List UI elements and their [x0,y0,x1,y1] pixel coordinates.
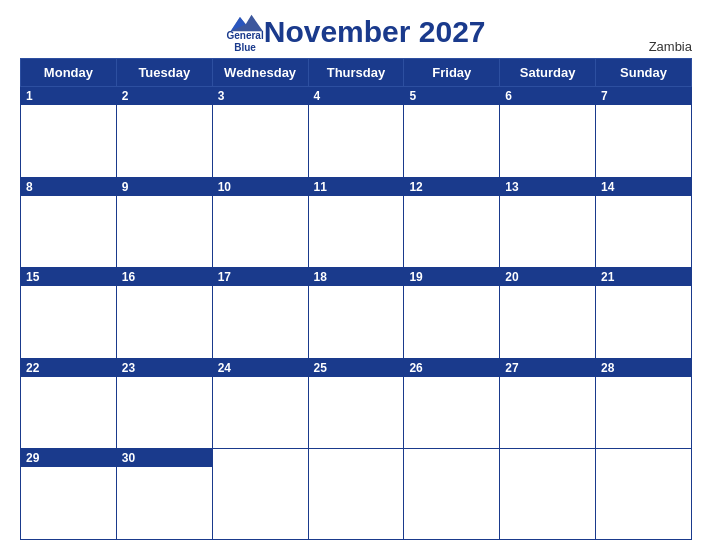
day-number: 22 [21,359,116,377]
calendar-week-row: 1234567 [21,87,692,178]
day-number: 23 [117,359,212,377]
logo-line2: Blue [234,42,256,54]
calendar-day-cell: 20 [500,268,596,359]
calendar-week-row: 2930 [21,449,692,540]
day-number: 4 [309,87,404,105]
day-number: 16 [117,268,212,286]
calendar-day-cell: 1 [21,87,117,178]
calendar-day-cell [596,449,692,540]
day-number: 18 [309,268,404,286]
day-number: 30 [117,449,212,467]
day-number: 9 [117,178,212,196]
calendar-day-cell [212,449,308,540]
weekday-header: Thursday [308,59,404,87]
calendar-day-cell: 30 [116,449,212,540]
day-number: 1 [21,87,116,105]
day-number: 17 [213,268,308,286]
day-number: 29 [21,449,116,467]
calendar-day-cell: 8 [21,177,117,268]
calendar-day-cell: 3 [212,87,308,178]
calendar-header-row: MondayTuesdayWednesdayThursdayFridaySatu… [21,59,692,87]
calendar-day-cell: 7 [596,87,692,178]
calendar-day-cell: 13 [500,177,596,268]
calendar-day-cell: 28 [596,358,692,449]
calendar-day-cell: 5 [404,87,500,178]
day-number: 7 [596,87,691,105]
calendar-day-cell: 23 [116,358,212,449]
calendar-day-cell: 19 [404,268,500,359]
calendar-day-cell: 21 [596,268,692,359]
weekday-header: Monday [21,59,117,87]
day-number: 6 [500,87,595,105]
day-number: 24 [213,359,308,377]
day-number: 15 [21,268,116,286]
weekday-header: Sunday [596,59,692,87]
calendar-day-cell: 18 [308,268,404,359]
day-number: 20 [500,268,595,286]
calendar-day-cell: 4 [308,87,404,178]
calendar-day-cell: 17 [212,268,308,359]
calendar-header: General Blue November 2027 Zambia [20,10,692,54]
calendar-day-cell: 6 [500,87,596,178]
day-number: 27 [500,359,595,377]
day-number: 25 [309,359,404,377]
calendar-day-cell: 22 [21,358,117,449]
day-number: 14 [596,178,691,196]
weekday-header: Tuesday [116,59,212,87]
day-number: 10 [213,178,308,196]
weekday-header: Wednesday [212,59,308,87]
calendar-day-cell: 25 [308,358,404,449]
calendar-day-cell: 16 [116,268,212,359]
calendar-day-cell [500,449,596,540]
day-number: 12 [404,178,499,196]
day-number: 3 [213,87,308,105]
calendar-title: November 2027 [264,15,486,49]
calendar-day-cell: 29 [21,449,117,540]
day-number: 21 [596,268,691,286]
calendar-day-cell: 10 [212,177,308,268]
calendar-day-cell: 11 [308,177,404,268]
calendar-week-row: 891011121314 [21,177,692,268]
day-number: 13 [500,178,595,196]
day-number: 28 [596,359,691,377]
calendar-day-cell: 15 [21,268,117,359]
weekday-header: Friday [404,59,500,87]
calendar-day-cell [308,449,404,540]
calendar-day-cell: 9 [116,177,212,268]
calendar-day-cell: 14 [596,177,692,268]
logo: General Blue [226,10,263,54]
calendar-week-row: 22232425262728 [21,358,692,449]
calendar-day-cell: 26 [404,358,500,449]
calendar-week-row: 15161718192021 [21,268,692,359]
day-number: 19 [404,268,499,286]
calendar-day-cell: 27 [500,358,596,449]
calendar-day-cell: 24 [212,358,308,449]
day-number: 8 [21,178,116,196]
calendar-table: MondayTuesdayWednesdayThursdayFridaySatu… [20,58,692,540]
day-number: 26 [404,359,499,377]
calendar-body: 1234567891011121314151617181920212223242… [21,87,692,540]
day-number: 2 [117,87,212,105]
weekday-header: Saturday [500,59,596,87]
calendar-day-cell: 12 [404,177,500,268]
day-number: 11 [309,178,404,196]
day-number: 5 [404,87,499,105]
calendar-day-cell [404,449,500,540]
country-label: Zambia [649,39,692,54]
logo-line1: General [226,30,263,42]
calendar-day-cell: 2 [116,87,212,178]
